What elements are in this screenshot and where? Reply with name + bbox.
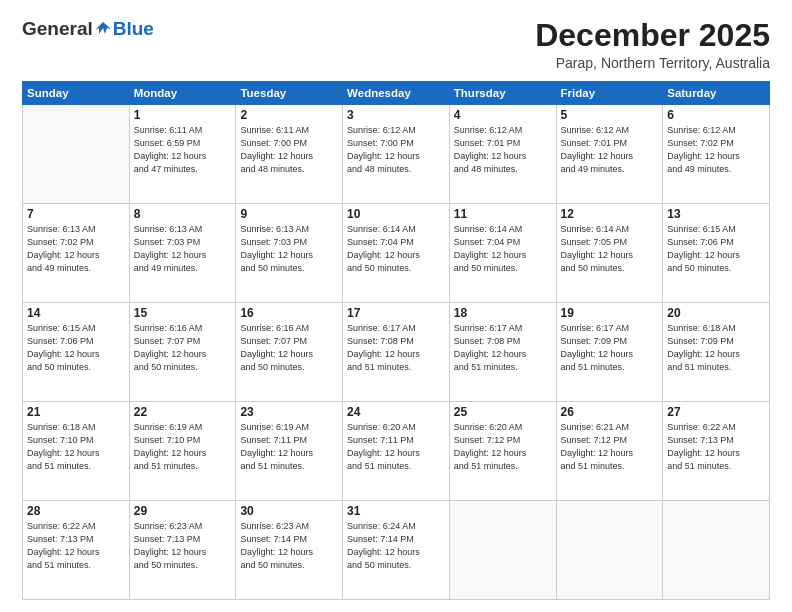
day-number: 31 xyxy=(347,504,445,518)
day-number: 24 xyxy=(347,405,445,419)
day-info: Sunrise: 6:13 AM Sunset: 7:02 PM Dayligh… xyxy=(27,223,125,275)
day-number: 9 xyxy=(240,207,338,221)
day-info: Sunrise: 6:20 AM Sunset: 7:11 PM Dayligh… xyxy=(347,421,445,473)
logo-general: General xyxy=(22,18,93,40)
day-info: Sunrise: 6:18 AM Sunset: 7:09 PM Dayligh… xyxy=(667,322,765,374)
day-info: Sunrise: 6:18 AM Sunset: 7:10 PM Dayligh… xyxy=(27,421,125,473)
title-block: December 2025 Parap, Northern Territory,… xyxy=(535,18,770,71)
calendar-header-row: SundayMondayTuesdayWednesdayThursdayFrid… xyxy=(23,82,770,105)
weekday-header: Thursday xyxy=(449,82,556,105)
weekday-header: Saturday xyxy=(663,82,770,105)
logo-blue: Blue xyxy=(113,18,154,40)
day-info: Sunrise: 6:22 AM Sunset: 7:13 PM Dayligh… xyxy=(667,421,765,473)
month-title: December 2025 xyxy=(535,18,770,53)
calendar-cell: 5Sunrise: 6:12 AM Sunset: 7:01 PM Daylig… xyxy=(556,105,663,204)
calendar-cell: 28Sunrise: 6:22 AM Sunset: 7:13 PM Dayli… xyxy=(23,501,130,600)
day-number: 13 xyxy=(667,207,765,221)
calendar-cell xyxy=(23,105,130,204)
day-info: Sunrise: 6:13 AM Sunset: 7:03 PM Dayligh… xyxy=(240,223,338,275)
day-number: 25 xyxy=(454,405,552,419)
day-info: Sunrise: 6:15 AM Sunset: 7:06 PM Dayligh… xyxy=(667,223,765,275)
calendar-cell: 14Sunrise: 6:15 AM Sunset: 7:06 PM Dayli… xyxy=(23,303,130,402)
calendar-week-row: 14Sunrise: 6:15 AM Sunset: 7:06 PM Dayli… xyxy=(23,303,770,402)
day-info: Sunrise: 6:11 AM Sunset: 6:59 PM Dayligh… xyxy=(134,124,232,176)
day-info: Sunrise: 6:13 AM Sunset: 7:03 PM Dayligh… xyxy=(134,223,232,275)
day-number: 14 xyxy=(27,306,125,320)
day-number: 6 xyxy=(667,108,765,122)
day-number: 2 xyxy=(240,108,338,122)
logo-text: General Blue xyxy=(22,18,154,40)
day-info: Sunrise: 6:17 AM Sunset: 7:08 PM Dayligh… xyxy=(347,322,445,374)
calendar-cell: 20Sunrise: 6:18 AM Sunset: 7:09 PM Dayli… xyxy=(663,303,770,402)
page: General Blue December 2025 Parap, Northe… xyxy=(0,0,792,612)
calendar-cell: 9Sunrise: 6:13 AM Sunset: 7:03 PM Daylig… xyxy=(236,204,343,303)
calendar-cell: 6Sunrise: 6:12 AM Sunset: 7:02 PM Daylig… xyxy=(663,105,770,204)
calendar-cell: 2Sunrise: 6:11 AM Sunset: 7:00 PM Daylig… xyxy=(236,105,343,204)
calendar-cell xyxy=(663,501,770,600)
calendar-cell: 11Sunrise: 6:14 AM Sunset: 7:04 PM Dayli… xyxy=(449,204,556,303)
calendar-cell: 3Sunrise: 6:12 AM Sunset: 7:00 PM Daylig… xyxy=(343,105,450,204)
calendar-week-row: 21Sunrise: 6:18 AM Sunset: 7:10 PM Dayli… xyxy=(23,402,770,501)
day-info: Sunrise: 6:16 AM Sunset: 7:07 PM Dayligh… xyxy=(240,322,338,374)
day-number: 22 xyxy=(134,405,232,419)
weekday-header: Tuesday xyxy=(236,82,343,105)
weekday-header: Friday xyxy=(556,82,663,105)
calendar-cell: 12Sunrise: 6:14 AM Sunset: 7:05 PM Dayli… xyxy=(556,204,663,303)
weekday-header: Monday xyxy=(129,82,236,105)
day-number: 12 xyxy=(561,207,659,221)
day-number: 21 xyxy=(27,405,125,419)
calendar-cell: 29Sunrise: 6:23 AM Sunset: 7:13 PM Dayli… xyxy=(129,501,236,600)
day-number: 15 xyxy=(134,306,232,320)
weekday-header: Wednesday xyxy=(343,82,450,105)
day-info: Sunrise: 6:21 AM Sunset: 7:12 PM Dayligh… xyxy=(561,421,659,473)
day-info: Sunrise: 6:11 AM Sunset: 7:00 PM Dayligh… xyxy=(240,124,338,176)
calendar-cell: 21Sunrise: 6:18 AM Sunset: 7:10 PM Dayli… xyxy=(23,402,130,501)
calendar-cell: 8Sunrise: 6:13 AM Sunset: 7:03 PM Daylig… xyxy=(129,204,236,303)
calendar-cell: 30Sunrise: 6:23 AM Sunset: 7:14 PM Dayli… xyxy=(236,501,343,600)
day-number: 10 xyxy=(347,207,445,221)
day-number: 27 xyxy=(667,405,765,419)
day-number: 26 xyxy=(561,405,659,419)
day-number: 18 xyxy=(454,306,552,320)
day-info: Sunrise: 6:20 AM Sunset: 7:12 PM Dayligh… xyxy=(454,421,552,473)
day-info: Sunrise: 6:12 AM Sunset: 7:01 PM Dayligh… xyxy=(454,124,552,176)
calendar-cell: 22Sunrise: 6:19 AM Sunset: 7:10 PM Dayli… xyxy=(129,402,236,501)
day-number: 8 xyxy=(134,207,232,221)
day-number: 17 xyxy=(347,306,445,320)
calendar-cell: 24Sunrise: 6:20 AM Sunset: 7:11 PM Dayli… xyxy=(343,402,450,501)
day-info: Sunrise: 6:17 AM Sunset: 7:08 PM Dayligh… xyxy=(454,322,552,374)
day-info: Sunrise: 6:23 AM Sunset: 7:14 PM Dayligh… xyxy=(240,520,338,572)
day-number: 23 xyxy=(240,405,338,419)
calendar-cell: 1Sunrise: 6:11 AM Sunset: 6:59 PM Daylig… xyxy=(129,105,236,204)
day-info: Sunrise: 6:12 AM Sunset: 7:02 PM Dayligh… xyxy=(667,124,765,176)
calendar-cell: 26Sunrise: 6:21 AM Sunset: 7:12 PM Dayli… xyxy=(556,402,663,501)
calendar-cell: 4Sunrise: 6:12 AM Sunset: 7:01 PM Daylig… xyxy=(449,105,556,204)
calendar-cell: 23Sunrise: 6:19 AM Sunset: 7:11 PM Dayli… xyxy=(236,402,343,501)
weekday-header: Sunday xyxy=(23,82,130,105)
calendar-cell: 17Sunrise: 6:17 AM Sunset: 7:08 PM Dayli… xyxy=(343,303,450,402)
day-number: 5 xyxy=(561,108,659,122)
calendar-cell: 19Sunrise: 6:17 AM Sunset: 7:09 PM Dayli… xyxy=(556,303,663,402)
day-number: 19 xyxy=(561,306,659,320)
calendar-cell: 27Sunrise: 6:22 AM Sunset: 7:13 PM Dayli… xyxy=(663,402,770,501)
calendar-cell: 16Sunrise: 6:16 AM Sunset: 7:07 PM Dayli… xyxy=(236,303,343,402)
calendar-cell: 31Sunrise: 6:24 AM Sunset: 7:14 PM Dayli… xyxy=(343,501,450,600)
day-number: 3 xyxy=(347,108,445,122)
day-info: Sunrise: 6:12 AM Sunset: 7:01 PM Dayligh… xyxy=(561,124,659,176)
logo: General Blue xyxy=(22,18,154,40)
calendar-week-row: 28Sunrise: 6:22 AM Sunset: 7:13 PM Dayli… xyxy=(23,501,770,600)
calendar-cell xyxy=(556,501,663,600)
day-number: 11 xyxy=(454,207,552,221)
day-number: 16 xyxy=(240,306,338,320)
day-info: Sunrise: 6:17 AM Sunset: 7:09 PM Dayligh… xyxy=(561,322,659,374)
day-number: 20 xyxy=(667,306,765,320)
day-number: 1 xyxy=(134,108,232,122)
logo-bird-icon xyxy=(94,20,112,38)
day-info: Sunrise: 6:23 AM Sunset: 7:13 PM Dayligh… xyxy=(134,520,232,572)
calendar-cell: 18Sunrise: 6:17 AM Sunset: 7:08 PM Dayli… xyxy=(449,303,556,402)
calendar-cell xyxy=(449,501,556,600)
calendar-table: SundayMondayTuesdayWednesdayThursdayFrid… xyxy=(22,81,770,600)
day-info: Sunrise: 6:19 AM Sunset: 7:11 PM Dayligh… xyxy=(240,421,338,473)
day-info: Sunrise: 6:24 AM Sunset: 7:14 PM Dayligh… xyxy=(347,520,445,572)
svg-marker-0 xyxy=(95,22,111,34)
